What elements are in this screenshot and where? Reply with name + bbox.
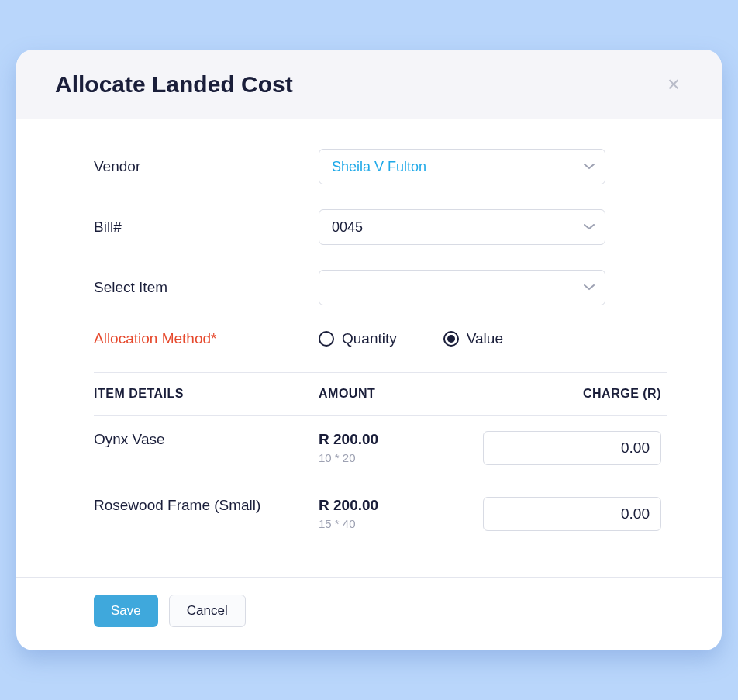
vendor-row: Vendor Sheila V Fulton [94, 149, 667, 184]
bill-value: 0045 [319, 209, 605, 245]
th-amount: AMOUNT [319, 387, 466, 401]
charge-cell [466, 431, 667, 465]
amount-value: R 200.00 [319, 431, 466, 448]
bill-row: Bill# 0045 [94, 209, 667, 245]
select-item-row: Select Item [94, 270, 667, 305]
amount-calc: 15 * 40 [319, 517, 466, 530]
radio-value[interactable]: Value [443, 330, 503, 347]
bill-label: Bill# [94, 219, 319, 236]
th-item-details: ITEM DETAILS [94, 387, 319, 401]
select-item-label: Select Item [94, 279, 319, 296]
allocation-method-row: Allocation Method* Quantity Value [94, 330, 667, 347]
select-item-value [319, 270, 605, 305]
radio-quantity[interactable]: Quantity [319, 330, 397, 347]
radio-icon-checked [443, 331, 459, 347]
radio-quantity-label: Quantity [342, 330, 397, 347]
th-charge: CHARGE (R) [466, 387, 667, 401]
bill-select[interactable]: 0045 [319, 209, 605, 245]
radio-value-label: Value [467, 330, 503, 347]
charge-input[interactable] [483, 497, 661, 531]
amount-cell: R 200.00 10 * 20 [319, 431, 466, 464]
vendor-value: Sheila V Fulton [319, 149, 605, 184]
item-name: Oynx Vase [94, 431, 319, 448]
cancel-button[interactable]: Cancel [169, 595, 246, 627]
amount-cell: R 200.00 15 * 40 [319, 497, 466, 530]
radio-icon [319, 331, 334, 347]
table-row: Rosewood Frame (Small) R 200.00 15 * 40 [94, 481, 667, 547]
vendor-select[interactable]: Sheila V Fulton [319, 149, 605, 184]
allocation-method-radio-group: Quantity Value [319, 330, 503, 347]
modal-title: Allocate Landed Cost [55, 71, 293, 98]
modal-body: Vendor Sheila V Fulton Bill# 0045 Select… [16, 119, 722, 555]
charge-input[interactable] [483, 431, 661, 465]
close-icon: × [667, 72, 680, 96]
modal-footer: Save Cancel [16, 577, 722, 650]
table-row: Oynx Vase R 200.00 10 * 20 [94, 416, 667, 481]
charge-cell [466, 497, 667, 531]
item-name: Rosewood Frame (Small) [94, 497, 319, 514]
vendor-label: Vendor [94, 158, 319, 175]
allocation-method-label: Allocation Method* [94, 330, 319, 347]
save-button[interactable]: Save [94, 595, 158, 627]
items-table: ITEM DETAILS AMOUNT CHARGE (R) Oynx Vase… [94, 372, 667, 547]
table-header: ITEM DETAILS AMOUNT CHARGE (R) [94, 372, 667, 416]
amount-value: R 200.00 [319, 497, 466, 514]
amount-calc: 10 * 20 [319, 451, 466, 464]
close-button[interactable]: × [664, 72, 683, 97]
modal-header: Allocate Landed Cost × [16, 50, 722, 119]
select-item-select[interactable] [319, 270, 605, 305]
allocate-landed-cost-modal: Allocate Landed Cost × Vendor Sheila V F… [16, 50, 722, 650]
